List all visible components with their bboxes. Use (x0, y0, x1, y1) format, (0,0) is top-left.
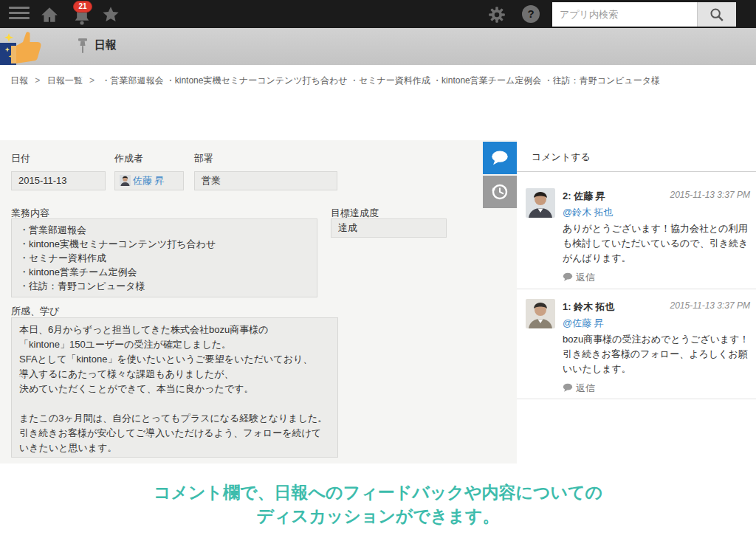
caption-line-2: ディスカッションができます。 (0, 504, 756, 528)
learnings-field-label: 所感、学び (11, 305, 59, 318)
goal-field-value: 達成 (331, 218, 447, 238)
notification-badge: 21 (73, 1, 92, 13)
breadcrumb-list-link[interactable]: 日報一覧 (47, 75, 83, 86)
comment-reply-button[interactable]: 返信 (563, 271, 595, 284)
comment-divider (517, 399, 756, 399)
record-toolbar (0, 96, 756, 140)
breadcrumb: 日報 > 日報一覧 > ・営業部週報会 ・kintone実機セミナーコンテンツ打… (0, 65, 756, 96)
history-clock-icon (490, 182, 509, 201)
author-field-label: 作成者 (114, 152, 143, 165)
menu-icon[interactable] (9, 7, 30, 21)
caption-text: コメント欄で、日報へのフィードバックや内容についての ディスカッションができます… (0, 480, 756, 528)
comment-mention-link[interactable]: @佐藤 昇 (563, 317, 604, 330)
author-avatar (120, 175, 131, 186)
settings-gear-icon[interactable] (487, 5, 506, 24)
home-icon[interactable] (40, 5, 59, 24)
commenter-avatar (526, 188, 555, 218)
reply-bubble-icon (563, 272, 573, 282)
comment-panel: コメントする 2: 佐藤 昇 2015-11-13 3:37 PM @鈴木 拓也… (517, 140, 756, 467)
date-field-label: 日付 (11, 152, 30, 165)
author-field-value: 佐藤 昇 (114, 171, 184, 190)
reply-bubble-icon (563, 383, 573, 393)
comment-timestamp: 2015-11-13 3:37 PM (670, 190, 750, 200)
top-navigation-bar: 21 ? (0, 0, 756, 28)
favorites-star-icon[interactable] (101, 5, 120, 24)
help-icon[interactable]: ? (522, 5, 540, 23)
learnings-field-value: 本日、6月からずっと担当してきた株式会社bozu商事様の 「kintone」15… (11, 317, 338, 458)
department-field-value: 営業 (194, 171, 337, 190)
comment-compose-link[interactable]: コメントする (532, 151, 591, 164)
comment-author-name[interactable]: 2: 佐藤 昇 (563, 190, 605, 203)
comment-divider (517, 289, 756, 289)
breadcrumb-app-link[interactable]: 日報 (10, 75, 28, 86)
caption-line-1: コメント欄で、日報へのフィードバックや内容についての (0, 480, 756, 504)
comments-tab[interactable] (483, 142, 517, 174)
commenter-avatar (526, 299, 555, 328)
comment-mention-link[interactable]: @鈴木 拓也 (563, 206, 614, 219)
comment-bubble-icon (490, 149, 509, 167)
app-search (552, 2, 736, 27)
comment-reply-button[interactable]: 返信 (563, 382, 595, 395)
breadcrumb-record-title: ・営業部週報会 ・kintone実機セミナーコンテンツ打ち合わせ ・セミナー資料… (101, 75, 660, 86)
search-input[interactable] (552, 2, 697, 27)
breadcrumb-separator: > (35, 75, 40, 86)
app-icon-thumbs-up (4, 27, 46, 66)
breadcrumb-separator: > (89, 75, 94, 86)
comment-item: 1: 鈴木 拓也 2015-11-13 3:37 PM @佐藤 昇 bozu商事… (517, 299, 756, 399)
department-field-label: 部署 (194, 152, 213, 165)
comment-timestamp: 2015-11-13 3:37 PM (670, 300, 750, 311)
date-field-value: 2015-11-13 (11, 171, 106, 190)
search-icon (709, 7, 725, 23)
pin-icon[interactable] (77, 38, 89, 54)
app-title: 日報 (94, 38, 117, 52)
comment-author-name[interactable]: 1: 鈴木 拓也 (563, 300, 615, 314)
comment-item: 2: 佐藤 昇 2015-11-13 3:37 PM @鈴木 拓也 ありがとうご… (517, 188, 756, 288)
history-tab[interactable] (483, 176, 517, 208)
record-detail-area: 日付 2015-11-13 作成者 佐藤 昇 部署 営業 業務内容 ・営業部週報… (0, 140, 517, 464)
search-button[interactable] (697, 2, 736, 27)
comment-body: bozu商事様の受注おめでとうございます！引き続きお客様のフォロー、よろしくお願… (563, 332, 750, 376)
comment-body: ありがとうございます！協力会社との利用も検討していただいているので、引き続きがん… (563, 221, 750, 266)
author-user-link[interactable]: 佐藤 昇 (133, 175, 165, 186)
comment-panel-header: コメントする (517, 140, 756, 172)
tasks-field-value: ・営業部週報会 ・kintone実機セミナーコンテンツ打ち合わせ ・セミナー資料… (11, 218, 317, 297)
